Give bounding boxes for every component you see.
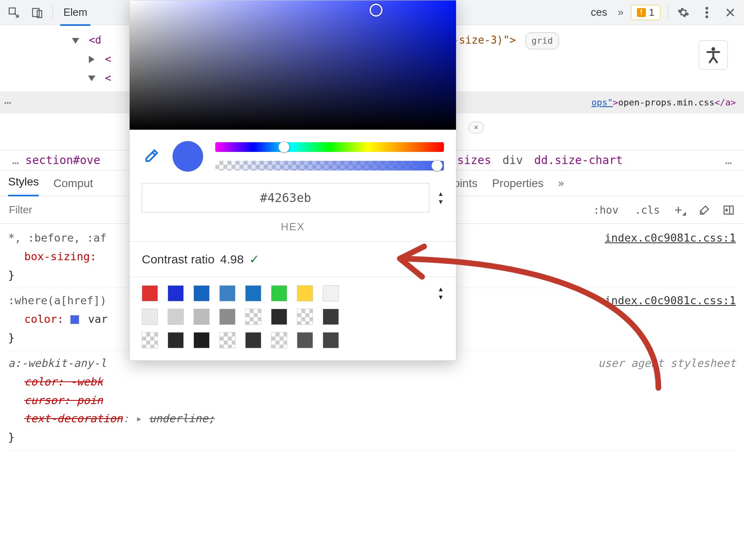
palette-swatch[interactable] — [142, 309, 158, 325]
current-color-swatch — [172, 141, 203, 172]
check-icon: ✓ — [249, 252, 259, 266]
palette-swatch[interactable] — [219, 285, 235, 301]
disclosure-triangle-icon[interactable] — [88, 76, 95, 81]
dom-tag: < — [105, 72, 111, 84]
ellipsis-icon: ⋯ — [4, 95, 12, 109]
toggle-panel-icon[interactable] — [721, 202, 737, 218]
subtab-computed[interactable]: Comput — [53, 177, 93, 190]
tab-sources-peek[interactable]: ces — [588, 6, 610, 19]
saturation-field[interactable] — [130, 0, 456, 130]
palette-swatch[interactable] — [297, 309, 313, 325]
palette-swatch[interactable] — [271, 285, 287, 301]
breadcrumb-item[interactable]: dd.size-chart — [534, 154, 623, 167]
css-value[interactable]: var — [88, 313, 108, 325]
subtab-properties[interactable]: Properties — [492, 177, 544, 190]
new-rule-plus-icon[interactable]: +◢ — [672, 202, 688, 218]
cls-toggle[interactable]: .cls — [631, 204, 664, 216]
more-tabs-chevrons[interactable]: » — [618, 6, 623, 19]
css-property[interactable]: box-sizing: — [24, 250, 97, 263]
svg-point-6 — [711, 47, 715, 51]
settings-gear-icon[interactable] — [675, 4, 691, 21]
tab-elements[interactable]: Elem — [60, 6, 90, 26]
palette-swatch[interactable] — [142, 285, 158, 301]
subtab-styles[interactable]: Styles — [8, 175, 39, 196]
palette-swatch[interactable] — [168, 285, 184, 301]
palette-swatch[interactable] — [219, 309, 235, 325]
css-rule-user-agent[interactable]: a:-webkit-any-l user agent stylesheet co… — [8, 351, 736, 450]
palette-swatch[interactable] — [297, 332, 313, 348]
svg-rect-1 — [33, 8, 39, 17]
color-picker-popup: #4263eb ▲▼ HEX Contrast ratio 4.98 ✓ ▲▼ — [129, 0, 456, 361]
dom-tag: <d — [89, 34, 101, 46]
dom-tag: > — [613, 97, 618, 107]
css-selector: :where(a[href]) — [8, 294, 107, 307]
svg-point-3 — [706, 7, 708, 10]
issues-count: 1 — [649, 7, 654, 18]
palette-swatch[interactable] — [193, 332, 210, 348]
css-ua-label: user agent stylesheet — [598, 354, 736, 373]
disclosure-triangle-icon[interactable] — [89, 56, 95, 63]
breadcrumb-ellipsis[interactable]: … — [725, 154, 732, 167]
dom-text-content: open-props.min.css — [618, 97, 715, 107]
dom-attr-value-link[interactable]: ops" — [591, 97, 613, 107]
palette-swatch[interactable] — [323, 309, 339, 325]
warning-icon: ! — [637, 8, 646, 17]
palette-swatch[interactable] — [193, 309, 210, 325]
more-subtabs-chevrons[interactable]: » — [558, 177, 564, 189]
paint-brush-icon[interactable] — [696, 202, 712, 218]
palette-swatch[interactable] — [271, 332, 287, 348]
palette-spinner[interactable]: ▲▼ — [437, 286, 444, 301]
eyedropper-icon[interactable] — [142, 147, 160, 166]
palette-swatch[interactable] — [297, 285, 313, 301]
saturation-handle[interactable] — [370, 4, 383, 17]
palette-swatch[interactable] — [193, 285, 210, 301]
breadcrumb-item[interactable]: section#ove — [25, 154, 100, 167]
css-property[interactable]: color: — [24, 313, 64, 325]
alpha-slider[interactable] — [215, 161, 444, 171]
disclosure-triangle-icon[interactable] — [72, 38, 79, 44]
css-source-link[interactable]: index.c0c9081c.css:1 — [605, 291, 736, 310]
svg-point-4 — [706, 11, 708, 14]
color-swatch-icon[interactable] — [70, 315, 79, 324]
issues-badge[interactable]: ! 1 — [631, 5, 660, 20]
palette-swatch[interactable] — [245, 332, 261, 348]
device-toggle-icon[interactable] — [29, 4, 45, 21]
palette-swatch[interactable] — [168, 309, 184, 325]
css-selector: *, :before, :af — [8, 232, 107, 244]
svg-point-5 — [706, 15, 708, 18]
hov-toggle[interactable]: :hov — [589, 204, 623, 216]
inspect-element-icon[interactable] — [6, 4, 22, 21]
contrast-ratio-row[interactable]: Contrast ratio 4.98 ✓ — [130, 242, 456, 277]
css-property-overridden: text-decoration — [24, 412, 123, 425]
breadcrumb-ellipsis[interactable]: … — [12, 154, 19, 167]
accessibility-icon[interactable] — [699, 40, 728, 69]
css-property-overridden: color: -webk — [24, 375, 103, 388]
format-spinner[interactable]: ▲▼ — [437, 190, 444, 206]
kebab-menu-icon[interactable] — [699, 4, 715, 21]
dom-tag: < — [105, 53, 111, 65]
palette-swatch[interactable] — [245, 285, 261, 301]
alpha-slider-thumb[interactable] — [431, 160, 443, 171]
palette-swatch[interactable] — [323, 285, 339, 301]
expand-arrow-icon[interactable]: ▸ — [136, 412, 142, 425]
close-devtools-icon[interactable] — [722, 4, 738, 21]
palette-swatch[interactable] — [245, 309, 261, 325]
palette-swatch[interactable] — [323, 332, 339, 348]
css-brace: } — [8, 428, 736, 446]
breadcrumb-item[interactable]: div — [502, 154, 523, 167]
dom-tag: </a> — [715, 97, 736, 107]
css-value-overridden: underline; — [149, 412, 215, 425]
palette-swatch[interactable] — [168, 332, 184, 348]
hex-input[interactable]: #4263eb — [142, 183, 429, 213]
divider — [668, 6, 668, 19]
pill-close[interactable]: × — [469, 122, 484, 133]
palette-swatch[interactable] — [142, 332, 158, 348]
hue-slider[interactable] — [215, 142, 444, 152]
palette-swatches: ▲▼ — [130, 277, 456, 360]
palette-swatch[interactable] — [271, 309, 287, 325]
layout-badge-grid[interactable]: grid — [525, 32, 559, 49]
css-source-link[interactable]: index.c0c9081c.css:1 — [605, 229, 736, 247]
palette-swatch[interactable] — [219, 332, 235, 348]
hue-slider-thumb[interactable] — [278, 141, 290, 153]
contrast-label: Contrast ratio — [142, 253, 214, 266]
